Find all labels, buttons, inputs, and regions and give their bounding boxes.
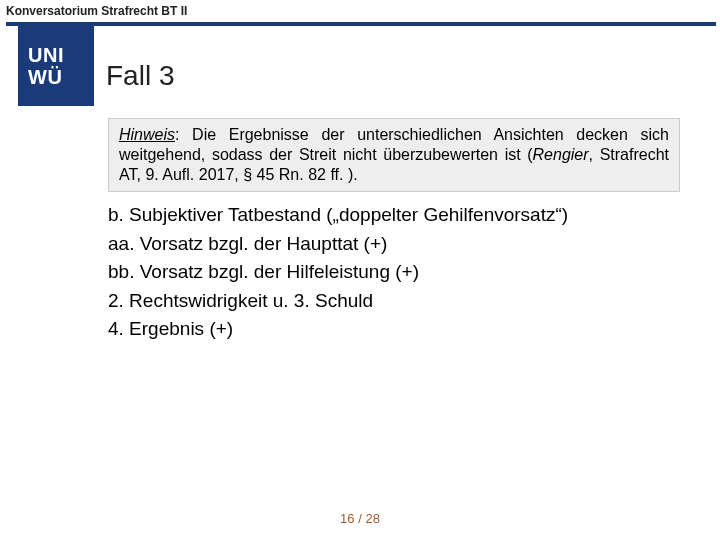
outline-line: 2. Rechtswidrigkeit u. 3. Schuld [108,288,688,315]
page-current: 16 [340,511,354,526]
page-number: 16 / 28 [0,511,720,526]
slide: Konversatorium Strafrecht BT II UNI WÜ F… [0,0,720,540]
outline-line: aa. Vorsatz bzgl. der Haupttat (+) [108,231,688,258]
logo-line-1: UNI [28,44,64,66]
logo-line-2: WÜ [28,66,62,88]
page-total: 28 [365,511,379,526]
outline-line: b. Subjektiver Tatbestand („doppelter Ge… [108,202,688,229]
outline-line: bb. Vorsatz bzgl. der Hilfeleistung (+) [108,259,688,286]
course-header: Konversatorium Strafrecht BT II [6,4,187,18]
hint-reference-author: Rengier [533,146,589,163]
page-sep: / [355,511,366,526]
outline-body: b. Subjektiver Tatbestand („doppelter Ge… [108,202,688,345]
header-rule [6,22,716,26]
outline-line: 4. Ergebnis (+) [108,316,688,343]
university-logo: UNI WÜ [18,26,94,106]
slide-title: Fall 3 [106,60,174,92]
hint-box: Hinweis: Die Ergebnisse der unterschiedl… [108,118,680,192]
hint-lead: Hinweis [119,126,175,143]
